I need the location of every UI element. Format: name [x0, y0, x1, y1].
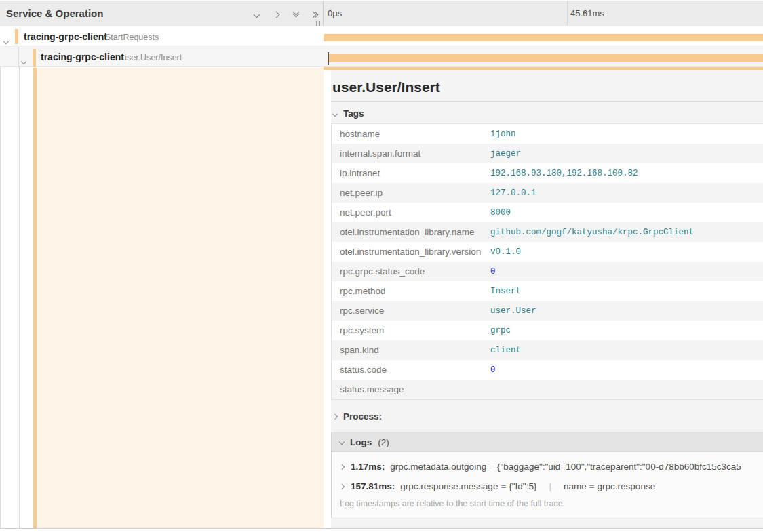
tag-row: span.kindclient — [332, 340, 763, 360]
service-color-bar — [33, 49, 36, 67]
log-field-key: name — [564, 481, 587, 491]
detail-row-left-column — [0, 67, 324, 528]
logs-section-label: Logs — [350, 437, 372, 447]
logs-section-header[interactable]: Logs (2) — [332, 432, 763, 452]
detail-row-bottom-border — [0, 528, 763, 529]
title-divider — [331, 101, 763, 102]
tag-key: rpc.system — [332, 325, 490, 335]
log-timestamp: 157.81ms: — [351, 481, 395, 491]
indent-guide — [18, 47, 19, 67]
tag-row: rpc.serviceuser.User — [332, 301, 763, 321]
tag-key: net.peer.port — [332, 207, 490, 218]
span-detail-panel: user.User/Insert Tags hostnameijohninter… — [324, 70, 763, 528]
chevron-down-icon — [339, 439, 345, 445]
expand-all-icon[interactable] — [290, 9, 301, 19]
log-field-value: grpc.response — [598, 481, 656, 491]
span-bar-user-insert[interactable] — [329, 54, 763, 62]
tag-key: otel.instrumentation_library.version — [332, 247, 490, 257]
tag-row: net.peer.ip127.0.0.1 — [332, 183, 763, 203]
logs-count: (2) — [378, 437, 389, 447]
span-start-tick — [328, 52, 329, 65]
equals-sign: = — [486, 462, 497, 472]
span-row-user-insert[interactable]: tracing-grpc-client user.User/Insert — [0, 47, 763, 67]
tag-key: rpc.method — [332, 286, 490, 296]
tag-key: rpc.grpc.status_code — [332, 266, 490, 277]
tag-value: v0.1.0 — [490, 247, 521, 257]
logs-timestamp-note: Log timestamps are relative to the start… — [332, 499, 763, 508]
process-section-header[interactable]: Process: — [333, 411, 382, 422]
row-collapse-chevron-icon[interactable] — [22, 54, 26, 66]
tag-key: internal.span.format — [332, 148, 490, 159]
log-entry-row[interactable]: 157.81ms:grpc.response.message={"Id":5}|… — [332, 481, 763, 491]
tag-value: Insert — [490, 287, 521, 296]
span-row-startrequests[interactable]: tracing-grpc-client StartRequests — [0, 26, 763, 47]
detail-accent-strip — [324, 67, 763, 70]
tag-value: grpc — [490, 326, 511, 335]
chevron-down-icon — [332, 110, 338, 116]
logs-section: Logs (2) 1.17ms:grpc.metadata.outgoing={… — [331, 432, 763, 518]
tag-key: hostname — [332, 129, 490, 139]
service-operation-title: Service & Operation — [6, 7, 103, 19]
tag-row: rpc.systemgrpc — [332, 321, 763, 340]
log-entry-row[interactable]: 1.17ms:grpc.metadata.outgoing={"baggage"… — [332, 462, 763, 472]
span-operation-name: user.User/Insert — [122, 53, 182, 62]
timeline-ruler: 0μs 45.61ms — [324, 1, 763, 26]
tag-key: status.code — [332, 365, 490, 375]
collapse-one-icon[interactable] — [271, 9, 281, 19]
log-field-key: grpc.response.message — [400, 481, 498, 491]
tag-row: otel.instrumentation_library.namegithub.… — [332, 222, 763, 242]
span-service-name: tracing-grpc-client — [24, 31, 107, 42]
tags-section-label: Tags — [343, 108, 364, 119]
log-field: grpc.metadata.outgoing={"baggage":"uid=1… — [390, 462, 741, 472]
indent-guide — [19, 67, 20, 528]
trace-timeline-view: Service & Operation 0μs 45.61ms tracing-… — [0, 0, 763, 532]
service-color-bar — [15, 29, 18, 44]
tag-value: ijohn — [490, 129, 516, 139]
tag-value: jaeger — [490, 149, 521, 159]
timeline-collapse-controls — [251, 9, 321, 19]
tag-value: 8000 — [490, 208, 511, 218]
tag-row: internal.span.formatjaeger — [332, 144, 763, 163]
log-timestamp: 1.17ms: — [351, 462, 385, 472]
span-operation-name: StartRequests — [105, 33, 159, 42]
tag-value: 0 — [490, 267, 496, 277]
tag-row: status.code0 — [332, 360, 763, 380]
row-collapse-chevron-icon[interactable] — [4, 34, 8, 46]
tag-value: 192.168.93.180,192.168.100.82 — [490, 169, 638, 178]
span-detail-title: user.User/Insert — [332, 79, 440, 96]
equals-sign: = — [498, 481, 509, 491]
ruler-tick-mid: 45.61ms — [570, 8, 604, 18]
field-separator: | — [542, 481, 558, 491]
chevron-right-icon — [339, 464, 345, 469]
service-operation-header: Service & Operation — [0, 1, 324, 26]
tag-value: github.com/gogf/katyusha/krpc.GrpcClient — [490, 228, 694, 237]
tag-value: client — [490, 346, 521, 355]
tag-row: rpc.methodInsert — [332, 281, 763, 301]
log-field: grpc.response.message={"Id":5} — [400, 481, 536, 491]
logs-body: 1.17ms:grpc.metadata.outgoing={"baggage"… — [332, 462, 763, 491]
equals-sign: = — [587, 481, 598, 491]
tags-table: hostnameijohninternal.span.formatjaegeri… — [331, 123, 763, 400]
log-field-value: {"Id":5} — [509, 481, 536, 491]
tag-row: status.message — [332, 380, 763, 399]
ruler-tick-start: 0μs — [328, 8, 342, 18]
collapse-all-icon[interactable] — [310, 9, 321, 19]
chevron-right-icon — [332, 413, 338, 419]
expand-one-icon[interactable] — [251, 9, 262, 19]
tag-key: span.kind — [332, 345, 490, 355]
log-field: name=grpc.response — [564, 481, 655, 491]
chevron-right-icon — [339, 483, 345, 489]
log-field-value: {"baggage":"uid=100","traceparent":"00-d… — [497, 462, 741, 472]
span-service-name: tracing-grpc-client — [41, 52, 124, 62]
tag-value: 0 — [490, 365, 496, 375]
tag-row: hostnameijohn — [332, 124, 763, 144]
tag-value: user.User — [490, 306, 536, 316]
tag-key: net.peer.ip — [332, 188, 490, 198]
tag-row: ip.intranet192.168.93.180,192.168.100.82 — [332, 163, 763, 183]
tag-key: rpc.service — [332, 306, 490, 316]
selected-span-tint — [37, 68, 324, 528]
tags-section-header[interactable]: Tags — [333, 108, 364, 119]
tag-key: status.message — [332, 384, 490, 394]
process-section-label: Process: — [343, 411, 382, 422]
span-bar-startrequests[interactable] — [324, 34, 763, 41]
